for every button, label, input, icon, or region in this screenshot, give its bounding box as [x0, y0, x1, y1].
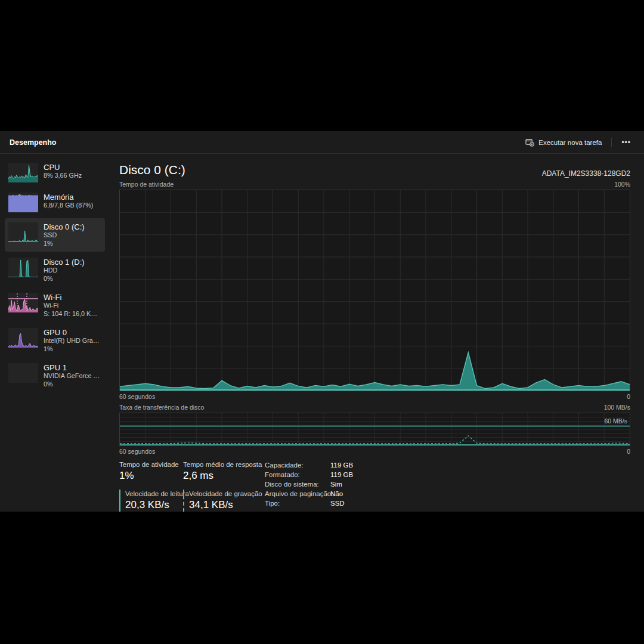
activity-chart-max: 100%	[614, 181, 630, 188]
detail-label: Tipo:	[265, 500, 330, 507]
transfer-chart-caption: Taxa de transferência de disco 100 MB/s	[119, 404, 630, 411]
more-options-button[interactable]: •••	[618, 137, 634, 148]
sidebar-item-gpu0[interactable]: GPU 0Intel(R) UHD Graphic...1%	[5, 324, 105, 357]
stat-activity: Tempo de atividade 1%	[119, 460, 183, 482]
sidebar-item-subtitle: SSD	[44, 231, 85, 240]
sidebar-item-title: Memória	[44, 193, 93, 202]
run-new-task-label: Executar nova tarefa	[538, 139, 602, 146]
detail-value: Não	[330, 490, 353, 498]
new-task-icon	[525, 138, 534, 147]
sidebar-item-subtitle: 1%	[44, 240, 85, 248]
sidebar-item-subtitle: 0%	[44, 380, 101, 389]
activity-chart-label: Tempo de atividade	[119, 181, 174, 188]
sidebar-item-subtitle: S: 104 R: 16,0 Kbps	[44, 310, 101, 318]
transfer-scale-line-label: 60 MB/s	[604, 417, 627, 425]
activity-chart-axis: 60 segundos 0	[119, 393, 630, 401]
activity-chart-caption: Tempo de atividade 100%	[119, 181, 630, 188]
disco1-sparkline	[8, 258, 38, 277]
gpu1-sparkline	[8, 363, 38, 383]
performance-sidebar: CPU8% 3,66 GHzMemória6,8/7,8 GB (87%)Dis…	[5, 159, 105, 392]
sidebar-item-subtitle: 8% 3,66 GHz	[44, 172, 82, 180]
cpu-sparkline	[8, 163, 38, 182]
stat-read-speed: Velocidade de leitura 20,3 KB/s	[119, 490, 183, 512]
detail-label: Capacidade:	[265, 462, 330, 469]
disk-stats: Tempo de atividade 1% Tempo médio de res…	[119, 460, 630, 520]
big-stats: Tempo de atividade 1% Tempo médio de res…	[119, 460, 265, 512]
sidebar-item-text: GPU 0Intel(R) UHD Graphic...1%	[44, 328, 101, 353]
sidebar-item-subtitle: Intel(R) UHD Graphic...	[44, 337, 101, 345]
stat-response-time: Tempo médio de resposta 2,6 ms	[183, 460, 265, 482]
sidebar-item-title: CPU	[44, 163, 82, 172]
sidebar-item-memoria[interactable]: Memória6,8/7,8 GB (87%)	[5, 188, 105, 216]
run-new-task-button[interactable]: Executar nova tarefa	[522, 136, 605, 149]
sidebar-item-text: Disco 0 (C:)SSD1%	[44, 222, 85, 247]
sidebar-item-cpu[interactable]: CPU8% 3,66 GHz	[5, 159, 105, 187]
task-manager-window: Desempenho Executar nova tarefa	[0, 131, 644, 512]
header-actions: Executar nova tarefa •••	[522, 136, 634, 149]
sidebar-item-disco1[interactable]: Disco 1 (D:)HDD0%	[5, 253, 105, 287]
page-title: Disco 0 (C:)	[119, 162, 185, 178]
detail-label: Disco do sistema:	[265, 481, 330, 488]
sidebar-item-text: CPU8% 3,66 GHz	[44, 163, 82, 180]
sidebar-item-subtitle: 0%	[44, 275, 85, 283]
disk-transfer-chart: 60 MB/s	[119, 413, 630, 446]
sidebar-item-subtitle: Wi-Fi	[44, 302, 101, 310]
sidebar-item-text: Disco 1 (D:)HDD0%	[44, 258, 85, 283]
sidebar-item-gpu1[interactable]: GPU 1NVIDIA GeForce GTX...0%	[5, 359, 105, 392]
activity-x-right: 0	[627, 393, 630, 401]
sidebar-item-disco0[interactable]: Disco 0 (C:)SSD1%	[5, 218, 105, 252]
page-header-title: Desempenho	[10, 138, 57, 147]
detail-value: 119 GB	[330, 471, 353, 479]
detail-value: SSD	[330, 500, 353, 507]
sidebar-item-subtitle: HDD	[44, 267, 85, 275]
sidebar-item-title: GPU 0	[44, 328, 101, 337]
detail-value: Sim	[330, 481, 353, 488]
transfer-x-left: 60 segundos	[119, 448, 155, 456]
wifi-sparkline	[8, 293, 38, 312]
transfer-chart-max: 100 MB/s	[604, 404, 630, 411]
sidebar-item-text: Wi-FiWi-FiS: 104 R: 16,0 Kbps	[44, 293, 101, 318]
disco0-sparkline	[8, 222, 38, 242]
header-bar: Desempenho Executar nova tarefa	[0, 131, 644, 154]
screenshot-stage: Desempenho Executar nova tarefa	[0, 0, 644, 644]
disk-details-list: Capacidade:119 GBFormatado:119 GBDisco d…	[265, 462, 353, 507]
sidebar-item-subtitle: NVIDIA GeForce GTX...	[44, 372, 101, 380]
gpu0-sparkline	[8, 328, 38, 348]
detail-label: Formatado:	[265, 471, 330, 479]
sidebar-item-subtitle: 6,8/7,8 GB (87%)	[44, 202, 93, 210]
activity-x-left: 60 segundos	[119, 393, 155, 401]
detail-label: Arquivo de paginação:	[265, 490, 330, 498]
disk-activity-chart	[119, 190, 630, 391]
title-row: Disco 0 (C:) ADATA_IM2S3338-128GD2	[119, 161, 630, 178]
sidebar-item-title: GPU 1	[44, 363, 101, 372]
transfer-x-right: 0	[627, 448, 630, 456]
sidebar-item-text: Memória6,8/7,8 GB (87%)	[44, 193, 93, 210]
sidebar-item-wifi[interactable]: Wi-FiWi-FiS: 104 R: 16,0 Kbps	[5, 289, 105, 322]
sidebar-item-subtitle: 1%	[44, 345, 101, 354]
header-separator	[611, 138, 612, 147]
disk-detail-panel: Disco 0 (C:) ADATA_IM2S3338-128GD2 Tempo…	[119, 157, 630, 520]
transfer-chart-label: Taxa de transferência de disco	[119, 404, 204, 411]
stat-write-speed: Velocidade de gravação 34,1 KB/s	[183, 490, 265, 512]
sidebar-item-title: Disco 0 (C:)	[44, 222, 85, 231]
sidebar-item-title: Wi-Fi	[44, 293, 101, 302]
device-name: ADATA_IM2S3338-128GD2	[542, 169, 630, 178]
sidebar-item-title: Disco 1 (D:)	[44, 258, 85, 267]
transfer-chart-axis: 60 segundos 0	[119, 448, 630, 456]
sidebar-item-text: GPU 1NVIDIA GeForce GTX...0%	[44, 363, 101, 388]
memoria-sparkline	[8, 193, 38, 212]
detail-value: 119 GB	[330, 462, 353, 469]
